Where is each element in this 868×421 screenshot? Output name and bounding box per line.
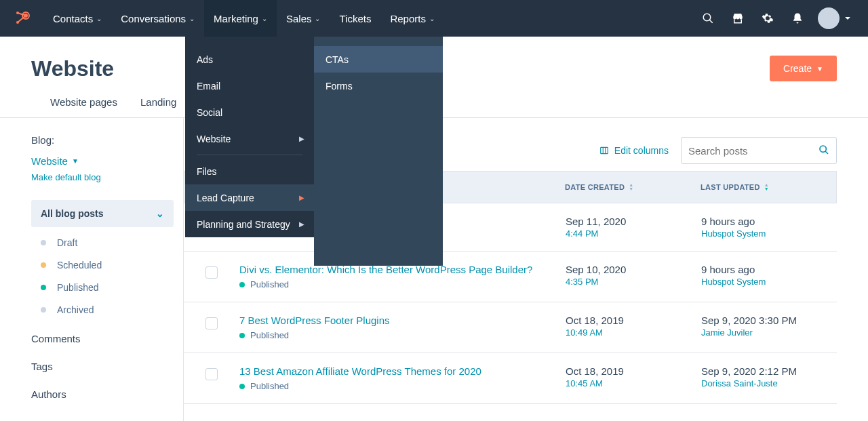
sort-icon: ▲▼: [629, 183, 633, 191]
blog-label: Blog:: [31, 134, 174, 146]
menu-item-email[interactable]: Email: [185, 73, 314, 99]
nav-item-reports[interactable]: Reports⌄: [380, 0, 444, 37]
search-icon[interactable]: [693, 0, 723, 37]
col-last-updated[interactable]: LAST UPDATED ▲▼: [701, 183, 836, 191]
status-dot-icon: [41, 285, 46, 290]
search-posts-input[interactable]: [681, 137, 837, 164]
lead-capture-submenu: CTAsForms: [314, 37, 443, 266]
status-draft[interactable]: Draft: [41, 231, 174, 254]
chevron-down-icon: ⌄: [262, 15, 267, 22]
post-title-link[interactable]: 13 Best Amazon Affiliate WordPress Theme…: [239, 365, 566, 377]
table-row: 13 Best Amazon Affiliate WordPress Theme…: [184, 353, 837, 404]
tab-landing[interactable]: Landing: [140, 96, 176, 117]
status-dot-icon: [41, 307, 46, 313]
account-chevron-down-icon[interactable]: [840, 0, 856, 37]
menu-item-ads[interactable]: Ads: [185, 46, 314, 73]
page-title: Website: [31, 56, 114, 81]
submenu-item-ctas[interactable]: CTAs: [314, 46, 443, 73]
sidebar-link-authors[interactable]: Authors: [31, 388, 174, 400]
status-dot-icon: [239, 384, 245, 389]
tab-website-pages[interactable]: Website pages: [50, 96, 117, 117]
svg-rect-5: [601, 147, 608, 153]
chevron-down-icon: ⌄: [156, 208, 164, 219]
menu-item-planning-and-strategy[interactable]: Planning and Strategy▶: [185, 211, 314, 237]
status-filter-head[interactable]: All blog posts ⌄: [31, 200, 174, 227]
menu-item-lead-capture[interactable]: Lead Capture▶: [185, 184, 314, 211]
chevron-right-icon: ▶: [299, 194, 304, 201]
status-scheduled[interactable]: Scheduled: [41, 254, 174, 276]
submenu-item-forms[interactable]: Forms: [314, 73, 443, 99]
row-checkbox[interactable]: [205, 266, 218, 279]
sidebar: Blog: Website▼ Make default blog All blo…: [0, 118, 183, 421]
row-checkbox[interactable]: [205, 368, 218, 380]
chevron-right-icon: ▶: [299, 135, 304, 142]
menu-item-website[interactable]: Website▶: [185, 125, 314, 152]
caret-down-icon: ▼: [72, 157, 79, 165]
caret-down-icon: ▼: [816, 65, 823, 73]
edit-columns-link[interactable]: Edit columns: [599, 145, 669, 156]
status-archived[interactable]: Archived: [41, 298, 174, 321]
table-row: 7 Best WordPress Footer PluginsPublished…: [184, 302, 837, 353]
svg-point-4: [703, 14, 711, 21]
sort-icon: ▲▼: [764, 183, 769, 191]
nav-item-tickets[interactable]: Tickets: [330, 0, 380, 37]
svg-point-6: [820, 146, 826, 152]
post-title-link[interactable]: 7 Best WordPress Footer Plugins: [239, 315, 566, 326]
status-dot-icon: [239, 282, 245, 287]
col-date-created[interactable]: DATE CREATED ▲▼: [565, 183, 701, 191]
status-dot-icon: [41, 262, 46, 268]
chevron-down-icon: ⌄: [429, 15, 435, 22]
row-checkbox[interactable]: [205, 317, 218, 329]
make-default-blog-link[interactable]: Make default blog: [31, 172, 174, 182]
table-row: Divi vs. Elementor: Which Is the Better …: [184, 252, 837, 302]
nav-item-conversations[interactable]: Conversations⌄: [111, 0, 204, 37]
columns-icon: [599, 146, 609, 155]
nav-item-contacts[interactable]: Contacts⌄: [43, 0, 111, 37]
blog-selector[interactable]: Website▼: [31, 155, 174, 167]
chevron-down-icon: ⌄: [96, 15, 102, 22]
sidebar-link-comments[interactable]: Comments: [31, 333, 174, 344]
top-nav: Contacts⌄Conversations⌄Marketing⌄Sales⌄T…: [0, 0, 868, 37]
chevron-down-icon: ⌄: [189, 15, 195, 22]
sidebar-link-tags[interactable]: Tags: [31, 361, 174, 372]
status-published[interactable]: Published: [41, 276, 174, 298]
dropdown-divider: [197, 155, 302, 155]
search-icon: [818, 144, 829, 157]
marketing-dropdown: AdsEmailSocialWebsite▶ FilesLead Capture…: [185, 37, 314, 237]
status-dot-icon: [239, 333, 245, 338]
create-button[interactable]: Create▼: [770, 56, 837, 81]
hubspot-logo[interactable]: [12, 9, 31, 28]
status-dot-icon: [41, 240, 46, 245]
menu-item-social[interactable]: Social: [185, 99, 314, 125]
search-input[interactable]: [688, 145, 818, 157]
settings-gear-icon[interactable]: [753, 0, 783, 37]
user-avatar[interactable]: [818, 7, 840, 29]
marketplace-icon[interactable]: [723, 0, 753, 37]
chevron-right-icon: ▶: [299, 220, 304, 228]
nav-item-marketing[interactable]: Marketing⌄: [204, 0, 277, 37]
menu-item-files[interactable]: Files: [185, 158, 314, 184]
chevron-down-icon: ⌄: [315, 15, 320, 22]
nav-item-sales[interactable]: Sales⌄: [277, 0, 330, 37]
notifications-bell-icon[interactable]: [783, 0, 812, 37]
